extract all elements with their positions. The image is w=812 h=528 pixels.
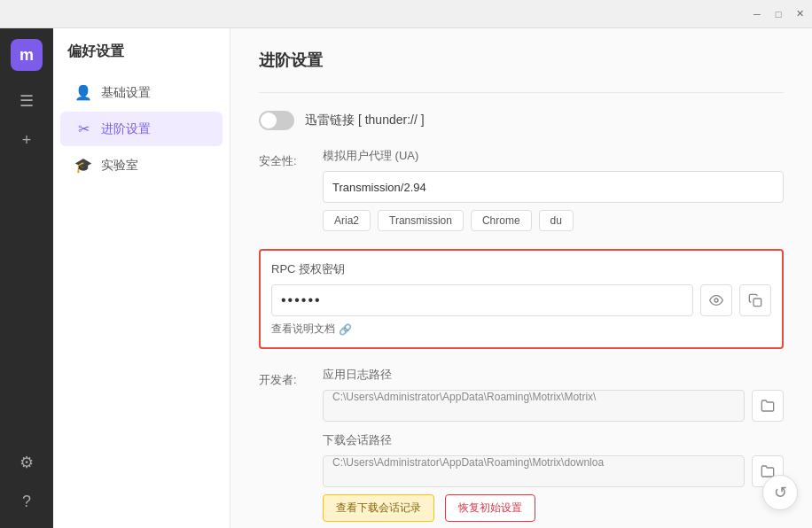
thunder-toggle-label: 迅雷链接 [ thunder:// ] (305, 113, 425, 128)
download-path-label: 下载会话路径 (323, 432, 784, 448)
download-path-row: C:\Users\Administrator\AppData\Roaming\M… (323, 455, 784, 487)
ua-quick-du[interactable]: du (539, 210, 574, 231)
thunder-toggle[interactable] (259, 111, 294, 130)
security-label: 安全性: (259, 148, 308, 169)
lab-settings-icon: 🎓 (74, 157, 92, 174)
rpc-doc-link-text: 查看说明文档 (271, 322, 335, 337)
rpc-copy-btn[interactable] (739, 284, 771, 316)
reset-btn[interactable]: 恢复初始设置 (445, 494, 535, 522)
app-container: m ☰ + ⚙ ? 偏好设置 👤 基础设置 ✂ 进阶设置 🎓 实验室 进阶设置 … (0, 28, 812, 528)
rpc-password-input[interactable] (271, 284, 693, 316)
thunder-toggle-row: 迅雷链接 [ thunder:// ] (259, 111, 784, 130)
log-folder-btn[interactable] (752, 390, 784, 422)
svg-rect-1 (753, 299, 761, 307)
ua-quick-aria2[interactable]: Aria2 (323, 210, 371, 231)
log-path-display: C:\Users\Administrator\AppData\Roaming\M… (323, 390, 745, 422)
security-row: 安全性: 模拟用户代理 (UA) Aria2 Transmission Chro… (259, 148, 784, 231)
minimize-button[interactable]: ─ (752, 9, 762, 19)
nav-item-basic-label: 基础设置 (101, 85, 151, 101)
rpc-doc-link[interactable]: 查看说明文档 🔗 (271, 322, 771, 337)
users-icon-btn[interactable]: ⚙ (11, 446, 43, 478)
main-content: 进阶设置 迅雷链接 [ thunder:// ] 安全性: 模拟用户代理 (UA… (230, 28, 812, 528)
log-path-row: C:\Users\Administrator\AppData\Roaming\M… (323, 390, 784, 422)
rpc-doc-link-icon: 🔗 (339, 323, 352, 336)
help-icon-btn[interactable]: ? (11, 485, 43, 517)
nav-item-advanced[interactable]: ✂ 进阶设置 (60, 112, 223, 146)
developer-action-row: 查看下载会话记录 恢复初始设置 (323, 494, 784, 522)
basic-settings-icon: 👤 (74, 84, 92, 101)
rpc-show-password-btn[interactable] (700, 284, 732, 316)
developer-content: 应用日志路径 C:\Users\Administrator\AppData\Ro… (323, 367, 784, 522)
nav-item-lab[interactable]: 🎓 实验室 (60, 148, 223, 182)
nav-sidebar-title: 偏好设置 (53, 43, 230, 75)
maximize-button[interactable]: □ (773, 9, 784, 19)
security-content: 模拟用户代理 (UA) Aria2 Transmission Chrome du (323, 148, 784, 231)
rpc-box-title: RPC 授权密钥 (271, 261, 771, 277)
nav-item-advanced-label: 进阶设置 (101, 121, 151, 137)
add-icon-btn[interactable]: + (11, 124, 43, 156)
menu-icon-btn[interactable]: ☰ (11, 85, 43, 117)
download-path-display: C:\Users\Administrator\AppData\Roaming\M… (323, 455, 745, 487)
nav-sidebar: 偏好设置 👤 基础设置 ✂ 进阶设置 🎓 实验室 (53, 28, 230, 528)
divider (259, 92, 784, 93)
close-button[interactable]: ✕ (794, 9, 805, 19)
developer-row: 开发者: 应用日志路径 C:\Users\Administrator\AppDa… (259, 367, 784, 522)
ua-quick-select-row: Aria2 Transmission Chrome du (323, 210, 784, 231)
ua-input[interactable] (323, 171, 784, 203)
icon-sidebar-bottom: ⚙ ? (11, 446, 43, 517)
check-download-btn[interactable]: 查看下载会话记录 (323, 494, 434, 522)
rpc-input-row (271, 284, 771, 316)
advanced-settings-icon: ✂ (74, 120, 92, 137)
rpc-box: RPC 授权密钥 查看说明文档 🔗 (259, 249, 784, 349)
icon-sidebar: m ☰ + ⚙ ? (0, 28, 53, 528)
title-bar: ─ □ ✕ (0, 0, 812, 28)
float-refresh-icon: ↺ (774, 483, 787, 502)
log-path-label: 应用日志路径 (323, 367, 784, 383)
ua-quick-transmission[interactable]: Transmission (378, 210, 464, 231)
ua-quick-chrome[interactable]: Chrome (471, 210, 532, 231)
ua-sub-label: 模拟用户代理 (UA) (323, 148, 784, 164)
page-title: 进阶设置 (259, 50, 784, 71)
developer-label: 开发者: (259, 367, 308, 388)
svg-point-0 (714, 299, 718, 302)
nav-item-lab-label: 实验室 (101, 158, 138, 174)
app-logo: m (11, 39, 43, 71)
float-refresh-btn[interactable]: ↺ (762, 475, 798, 510)
nav-item-basic[interactable]: 👤 基础设置 (60, 75, 223, 110)
